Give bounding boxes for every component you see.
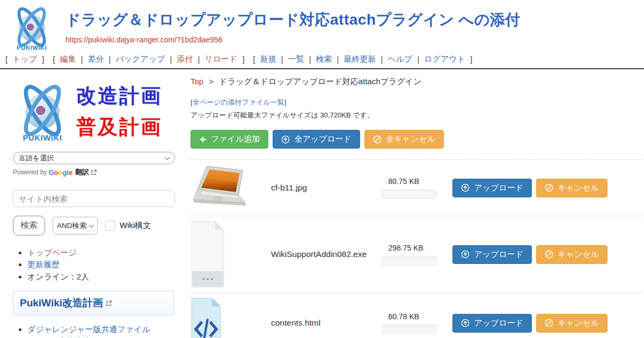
search-button[interactable]: 検索 (13, 216, 45, 236)
header-text: ドラッグ＆ドロップアップロード対応attachプラグイン への添付 https:… (65, 4, 521, 52)
cancel-button[interactable]: キャンセル (536, 179, 608, 197)
wiki-syntax-label: Wiki構文 (120, 221, 151, 231)
max-filesize-note: アップロード可能最大ファイルサイズは 30,720KB です。 (191, 111, 642, 120)
list-item: トップページ (27, 247, 175, 258)
sidebar-banner-logo[interactable]: 改造計画 普及計画 (13, 80, 175, 143)
chevron-down-icon (165, 155, 170, 160)
sidebar-item-recent-changes[interactable]: 更新履歴 (27, 260, 60, 269)
breadcrumb-top-link[interactable]: Top (191, 77, 203, 86)
add-files-label: ファイル追加 (211, 134, 260, 144)
nav-item-diff[interactable]: 差分 (87, 54, 104, 64)
laptop-photo-thumbnail (191, 164, 255, 211)
upload-all-button[interactable]: 全アップロード (273, 130, 360, 149)
nav-item-help[interactable]: ヘルプ (387, 54, 412, 64)
cancel-label: キャンセル (558, 318, 599, 328)
cancel-button[interactable]: キャンセル (536, 314, 608, 333)
nav-item-search[interactable]: 検索 (316, 54, 332, 64)
cancel-all-button[interactable]: 全キャンセル (364, 130, 444, 149)
pukiwiki-atom-logo[interactable] (6, 4, 57, 52)
sidebar-item-toppage[interactable]: トップページ (27, 248, 77, 257)
upload-button[interactable]: アップロード (452, 179, 532, 197)
separator: | (170, 55, 172, 64)
nav-item-new[interactable]: 新規 (260, 54, 276, 64)
upload-button[interactable]: アップロード (452, 245, 532, 264)
upload-label: アップロード (474, 249, 523, 260)
file-row: WikiSupportAddin082.exe 298.75 KB アップロード… (189, 216, 642, 292)
generic-file-icon (191, 221, 225, 288)
all-attachments-line: [全ページの添付ファイル一覧] (191, 98, 642, 107)
upload-progress-bar (382, 189, 437, 199)
all-attachments-link[interactable]: 全ページの添付ファイル一覧 (193, 98, 284, 106)
plus-icon (199, 136, 207, 143)
nav-item-logout[interactable]: ログアウト (424, 54, 465, 64)
cancel-all-label: 全キャンセル (386, 134, 435, 144)
sidebar-links-plugins: ダジャレンジャー版共通ファイル PukiWiki本体改造 PukiWikiテキス… (13, 324, 175, 338)
list-item: オンライン：2人 (27, 271, 175, 282)
ban-circle-icon (373, 135, 382, 144)
nav-item-top[interactable]: トップ (12, 54, 37, 64)
search-controls: 検索 AND検索 Wiki構文 (13, 216, 175, 236)
ban-circle-icon (545, 183, 553, 192)
nav-item-reload[interactable]: リロード (204, 54, 237, 64)
wiki-syntax-option: Wiki構文 (105, 221, 151, 231)
online-count: オンライン：2人 (27, 272, 89, 281)
html-code-file-icon (191, 297, 222, 338)
upload-label: アップロード (474, 183, 523, 193)
nav-item-backup[interactable]: バックアップ (115, 54, 165, 64)
nav-item-edit[interactable]: 編集 (60, 54, 76, 64)
separator: | (281, 55, 283, 64)
separator: | (337, 55, 339, 64)
sidebar-item-common-files[interactable]: ダジャレンジャー版共通ファイル (27, 325, 150, 334)
nav-item-attach[interactable]: 添付 (177, 54, 193, 64)
sidebar-heading-label: PukiWiki改造計画 (20, 296, 103, 310)
sidebar-links-top: トップページ 更新履歴 オンライン：2人 (13, 247, 175, 282)
file-size-cell: 80.75 KB (382, 177, 445, 199)
file-row-inner: contents.html 60.78 KB アップロード キャンセル (189, 293, 642, 338)
bracket: ] (242, 55, 244, 64)
nav-group-home: [ トップ ] (5, 54, 44, 64)
add-files-button[interactable]: ファイル追加 (191, 130, 268, 149)
banner-line-fukyu: 普及計画 (76, 114, 162, 141)
page-title: ドラッグ＆ドロップアップロード対応attachプラグイン への添付 (65, 10, 521, 30)
site-search-input[interactable] (13, 190, 175, 207)
page-url[interactable]: https://pukiwiki.dajya-ranger.com/?1bd2d… (65, 35, 521, 44)
banner-text: 改造計画 普及計画 (76, 83, 162, 141)
separator: | (309, 55, 311, 64)
upload-progress-bar (382, 256, 437, 266)
sidebar-heading-pukiwiki-kaizo[interactable]: PukiWiki改造計画 (13, 291, 174, 315)
bracket: ] (42, 55, 44, 64)
language-select[interactable]: 言語を選択 (13, 152, 175, 164)
file-actions: アップロード キャンセル (452, 179, 608, 197)
cancel-button[interactable]: キャンセル (536, 245, 608, 264)
file-row-inner: WikiSupportAddin082.exe 298.75 KB アップロード… (189, 216, 642, 292)
separator: | (380, 55, 383, 64)
google-logo: Google (48, 168, 72, 177)
bracket: ] (284, 98, 287, 106)
upload-button[interactable]: アップロード (452, 314, 532, 333)
sidebar: 改造計画 普及計画 言語を選択 Powered by Google 翻訳 検索 … (0, 69, 185, 338)
file-name: cf-b11.jpg (271, 183, 382, 193)
upload-circle-icon (281, 135, 290, 144)
breadcrumb-separator: > (209, 77, 214, 86)
pukiwiki-attach-page: ドラッグ＆ドロップアップロード対応attachプラグイン への添付 https:… (0, 0, 644, 338)
search-mode-select[interactable]: AND検索 (53, 217, 98, 234)
header: ドラッグ＆ドロップアップロード対応attachプラグイン への添付 https:… (0, 0, 644, 52)
separator: | (81, 55, 83, 64)
upload-circle-icon (461, 319, 470, 327)
file-size: 80.75 KB (388, 177, 445, 186)
list-item: PukiWiki本体改造 (27, 336, 175, 338)
file-preview-cell (191, 297, 271, 338)
content: 改造計画 普及計画 言語を選択 Powered by Google 翻訳 検索 … (0, 69, 644, 338)
list-item: ダジャレンジャー版共通ファイル (27, 324, 175, 335)
bracket: ] (470, 55, 472, 64)
google-translate-credit: Powered by Google 翻訳 (13, 167, 175, 177)
bracket: [ (253, 55, 255, 64)
file-size: 298.75 KB (388, 244, 445, 252)
external-link-icon (106, 300, 112, 306)
file-preview-cell (191, 221, 271, 288)
nav-item-recent[interactable]: 最終更新 (343, 54, 376, 64)
file-actions: アップロード キャンセル (452, 245, 608, 264)
wiki-syntax-checkbox[interactable] (105, 221, 115, 231)
pukiwiki-atom-logo (13, 80, 72, 143)
nav-item-list[interactable]: 一覧 (288, 54, 304, 64)
